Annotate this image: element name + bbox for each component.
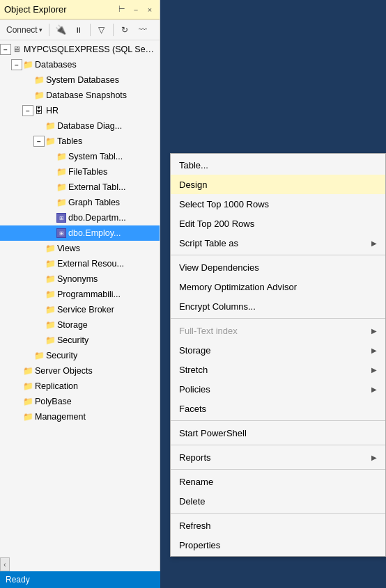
collapse-panel-button[interactable]: ‹: [0, 557, 10, 571]
connect-button[interactable]: Connect ▾: [3, 22, 46, 38]
connect-dropdown-arrow[interactable]: ▾: [39, 26, 43, 33]
ctx-separator-after-reports: [171, 469, 385, 470]
expand-btn-storage[interactable]: [33, 319, 45, 331]
tree-item-hr-db[interactable]: −🗄HR: [0, 103, 160, 118]
tree-item-server-objects[interactable]: 📁Server Objects: [0, 363, 160, 379]
ctx-item-facets[interactable]: Facets: [171, 399, 385, 418]
folder-icon: 📁: [22, 59, 33, 70]
ctx-item-memory-opt[interactable]: Memory Optimization Advisor: [171, 277, 385, 296]
expand-btn-tables[interactable]: −: [33, 136, 45, 147]
tree-item-db-diag[interactable]: 📁Database Diag...: [0, 118, 160, 134]
context-menu: Table...DesignSelect Top 1000 RowsEdit T…: [170, 153, 386, 557]
ctx-label-rename: Rename: [179, 477, 213, 487]
tree-item-databases[interactable]: −📁Databases: [0, 57, 160, 72]
ctx-item-script-table[interactable]: Script Table as▶: [171, 233, 385, 253]
expand-btn-security-main[interactable]: [22, 350, 33, 361]
filter-button[interactable]: ▽: [93, 22, 110, 38]
filter-icon: ▽: [98, 25, 105, 35]
tree-item-db-snapshots[interactable]: 📁Database Snapshots: [0, 88, 160, 103]
ctx-item-fulltext: Full-Text index▶: [171, 321, 385, 340]
ctx-item-powershell[interactable]: Start PowerShell: [171, 423, 385, 443]
disconnect-button[interactable]: 🔌: [52, 22, 69, 38]
ctx-item-storage[interactable]: Storage▶: [171, 340, 385, 360]
ctx-item-rename[interactable]: Rename: [171, 472, 385, 491]
tree-item-storage[interactable]: 📁Storage: [0, 317, 160, 333]
tree-item-graph-tables[interactable]: 📁Graph Tables: [0, 195, 160, 210]
ctx-label-select-top: Select Top 1000 Rows: [179, 199, 269, 209]
expand-btn-polybase[interactable]: [11, 396, 22, 407]
expand-btn-db-diag[interactable]: [33, 120, 45, 132]
tree-item-dbo-department[interactable]: ⊞dbo.Departm...: [0, 210, 160, 225]
expand-btn-programmability[interactable]: [33, 289, 45, 300]
expand-btn-dbo-employee[interactable]: [45, 228, 56, 239]
tree-item-views[interactable]: 📁Views: [0, 241, 160, 256]
folder-icon: 📁: [45, 289, 56, 300]
expand-btn-external-tables[interactable]: [45, 182, 56, 193]
close-button[interactable]: ×: [144, 4, 155, 15]
expand-btn-management[interactable]: [11, 411, 22, 422]
expand-btn-graph-tables[interactable]: [45, 197, 56, 208]
expand-btn-security-db[interactable]: [33, 335, 45, 346]
tree-item-service-broker[interactable]: 📁Service Broker: [0, 302, 160, 317]
tree-item-dbo-employee[interactable]: ⊞dbo.Employ...: [0, 225, 160, 241]
tree-label-dbo-employee: dbo.Employ...: [68, 228, 121, 238]
tree-item-server[interactable]: −🖥MYPC\SQLEXPRESS (SQL Server 15.0.2000 …: [0, 42, 160, 57]
expand-btn-databases[interactable]: −: [11, 59, 22, 70]
expand-btn-service-broker[interactable]: [33, 304, 45, 315]
expand-btn-views[interactable]: [33, 243, 45, 254]
ctx-item-table[interactable]: Table...: [171, 155, 385, 175]
tree-item-management[interactable]: 📁Management: [0, 409, 160, 424]
status-text: Ready: [6, 575, 30, 585]
refresh-button[interactable]: ↻: [116, 22, 133, 38]
ctx-item-delete[interactable]: Delete: [171, 491, 385, 511]
ctx-item-stretch[interactable]: Stretch▶: [171, 360, 385, 379]
pin-button[interactable]: ⊢: [116, 4, 128, 15]
ctx-item-properties[interactable]: Properties: [171, 535, 385, 555]
ctx-item-select-top[interactable]: Select Top 1000 Rows: [171, 194, 385, 214]
ctx-item-encrypt-cols[interactable]: Encrypt Columns...: [171, 296, 385, 316]
expand-btn-synonyms[interactable]: [33, 273, 45, 285]
expand-btn-db-snapshots[interactable]: [22, 90, 33, 101]
activity-icon: 〰: [139, 25, 147, 35]
expand-btn-dbo-department[interactable]: [45, 212, 56, 223]
minimize-button[interactable]: −: [130, 4, 141, 15]
tree-item-system-dbs[interactable]: 📁System Databases: [0, 72, 160, 88]
ctx-item-design[interactable]: Design: [171, 175, 385, 194]
expand-btn-filetables[interactable]: [45, 166, 56, 177]
expand-btn-system-tables[interactable]: [45, 151, 56, 162]
tree-item-external-resources[interactable]: 📁External Resou...: [0, 256, 160, 271]
tree-item-system-tables[interactable]: 📁System Tabl...: [0, 149, 160, 164]
ctx-label-refresh: Refresh: [179, 521, 211, 531]
pause-icon: ⏸: [75, 26, 82, 34]
folder-icon: 📁: [45, 258, 56, 269]
ctx-item-refresh[interactable]: Refresh: [171, 516, 385, 535]
tree-item-external-tables[interactable]: 📁External Tabl...: [0, 180, 160, 195]
ctx-item-reports[interactable]: Reports▶: [171, 447, 385, 467]
expand-btn-server[interactable]: −: [0, 44, 11, 55]
pause-button[interactable]: ⏸: [70, 22, 87, 38]
expand-btn-server-objects[interactable]: [11, 365, 22, 376]
tree-item-synonyms[interactable]: 📁Synonyms: [0, 271, 160, 287]
tree-item-filetables[interactable]: 📁FileTables: [0, 164, 160, 180]
tree-item-security-db[interactable]: 📁Security: [0, 333, 160, 348]
ctx-item-view-deps[interactable]: View Dependencies: [171, 257, 385, 277]
expand-btn-system-dbs[interactable]: [22, 74, 33, 86]
tree-item-polybase[interactable]: 📁PolyBase: [0, 394, 160, 409]
ctx-label-powershell: Start PowerShell: [179, 428, 247, 438]
ctx-item-policies[interactable]: Policies▶: [171, 379, 385, 399]
ctx-item-edit-top[interactable]: Edit Top 200 Rows: [171, 214, 385, 233]
tree-item-tables[interactable]: −📁Tables: [0, 134, 160, 149]
object-explorer-panel: Object Explorer ⊢ − × Connect ▾ 🔌 ⏸ ▽ ↻ …: [0, 0, 160, 588]
tree-label-graph-tables: Graph Tables: [68, 198, 120, 207]
tree-item-security-main[interactable]: 📁Security: [0, 348, 160, 363]
ctx-label-table: Table...: [179, 160, 208, 170]
tree-item-replication[interactable]: 📁Replication: [0, 379, 160, 394]
expand-btn-replication[interactable]: [11, 381, 22, 392]
expand-btn-hr-db[interactable]: −: [22, 105, 33, 116]
expand-btn-external-resources[interactable]: [33, 258, 45, 269]
toolbar-sep-2: [90, 24, 91, 36]
tree-item-programmability[interactable]: 📁Programmabili...: [0, 287, 160, 302]
toolbar: Connect ▾ 🔌 ⏸ ▽ ↻ 〰: [0, 19, 160, 40]
activity-button[interactable]: 〰: [134, 22, 151, 38]
status-bar: Ready: [0, 571, 160, 588]
